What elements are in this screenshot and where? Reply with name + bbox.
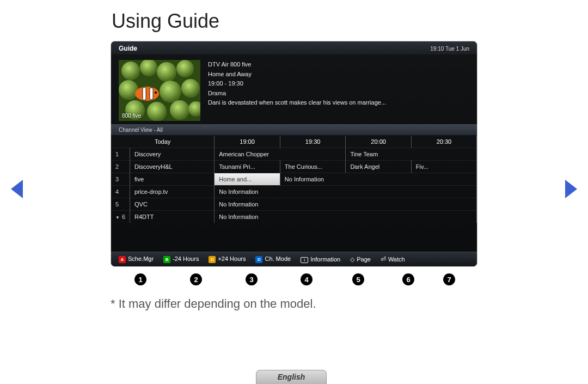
table-row: 3fiveHome and...No Information xyxy=(111,173,477,186)
b-key-icon: B xyxy=(163,256,170,263)
tv-guide-screenshot: Guide 19:10 Tue 1 Jun xyxy=(111,41,477,267)
updown-icon: ◇ xyxy=(350,256,354,263)
svg-point-5 xyxy=(119,80,138,100)
programme-cell: No Information xyxy=(215,211,477,223)
preview-programme: Home and Away xyxy=(208,70,469,80)
scroll-down-icon: ▼ xyxy=(115,215,120,220)
legend-d: DCh. Mode xyxy=(255,255,291,263)
programme-cell[interactable]: Home and... xyxy=(215,173,280,186)
programme-grid: Today 19:00 19:30 20:00 20:30 1Discovery… xyxy=(111,136,477,223)
svg-point-1 xyxy=(121,62,140,80)
table-row: 5QVCNo Information xyxy=(111,198,477,211)
svg-point-17 xyxy=(155,92,157,94)
prev-page-arrow[interactable] xyxy=(11,180,23,198)
d-key-icon: D xyxy=(255,256,262,263)
callout-3: 3 xyxy=(246,273,258,285)
channel-number: 3 xyxy=(111,173,130,186)
svg-point-4 xyxy=(176,60,194,77)
time-slot-header: 20:00 xyxy=(346,136,411,148)
channel-number: 1 xyxy=(111,148,130,161)
page-title: Using Guide xyxy=(112,10,219,33)
preview-info: DTV Air 800 five Home and Away 19:00 - 1… xyxy=(208,60,469,121)
table-row: 4price-drop.tvNo Information xyxy=(111,186,477,198)
grid-header-row: Today 19:00 19:30 20:00 20:30 xyxy=(111,136,477,148)
guide-title: Guide xyxy=(119,45,137,52)
svg-point-10 xyxy=(170,100,189,120)
programme-cell: Tsunami Pri... xyxy=(215,161,280,173)
info-key-icon: i xyxy=(301,257,308,263)
channel-name: Discovery xyxy=(130,148,215,161)
preview-genre: Drama xyxy=(208,89,469,99)
clownfish-image xyxy=(119,60,200,121)
guide-header: Guide 19:10 Tue 1 Jun xyxy=(111,41,477,54)
language-tab[interactable]: English xyxy=(256,370,327,384)
table-row: ▼6R4DTTNo Information xyxy=(111,211,477,223)
svg-point-3 xyxy=(157,62,176,82)
svg-rect-13 xyxy=(143,87,146,100)
channel-number: ▼6 xyxy=(111,211,130,223)
programme-cell: Tine Team xyxy=(346,148,477,161)
channel-name: QVC xyxy=(130,198,215,211)
time-slot-header: 19:30 xyxy=(280,136,346,148)
channel-number: 5 xyxy=(111,198,130,211)
preview-description: Dani is devastated when scott makes clea… xyxy=(208,98,469,108)
table-row: 2DiscoveryH&LTsunami Pri...The Curious..… xyxy=(111,161,477,173)
a-key-icon: A xyxy=(119,256,126,263)
guide-datetime: 19:10 Tue 1 Jun xyxy=(430,46,469,52)
svg-point-7 xyxy=(181,79,200,97)
callouts-row: 1 2 3 4 5 6 7 xyxy=(111,273,477,290)
c-key-icon: C xyxy=(209,256,216,263)
channel-number: 2 xyxy=(111,161,130,173)
callout-7: 7 xyxy=(443,273,455,285)
callout-5: 5 xyxy=(352,273,364,285)
channel-name: five xyxy=(130,173,215,186)
callout-6: 6 xyxy=(402,273,414,285)
programme-cell: The Curious... xyxy=(280,161,346,173)
programme-cell: No Information xyxy=(215,186,477,198)
callout-1: 1 xyxy=(134,273,146,285)
next-page-arrow[interactable] xyxy=(565,180,577,198)
svg-point-6 xyxy=(160,81,181,102)
channel-number: 4 xyxy=(111,186,130,198)
callout-4: 4 xyxy=(301,273,313,285)
legend-b: B-24 Hours xyxy=(163,255,199,263)
preview-thumbnail: 800 five xyxy=(119,60,200,121)
preview-caption: 800 five xyxy=(122,113,141,119)
svg-rect-14 xyxy=(150,88,153,100)
programme-cell: No Information xyxy=(215,198,477,211)
today-header: Today xyxy=(111,136,215,148)
legend-a: ASche.Mgr xyxy=(119,255,154,263)
time-slot-header: 20:30 xyxy=(411,136,476,148)
channel-name: R4DTT xyxy=(130,211,215,223)
channel-name: DiscoveryH&L xyxy=(130,161,215,173)
enter-icon: ⏎ xyxy=(381,255,386,263)
legend-watch: ⏎Watch xyxy=(381,255,405,263)
preview-time: 19:00 - 19:30 xyxy=(208,79,469,89)
svg-point-9 xyxy=(147,102,167,121)
legend-c: C+24 Hours xyxy=(209,255,246,263)
callout-2: 2 xyxy=(190,273,202,285)
channel-name: price-drop.tv xyxy=(130,186,215,198)
programme-cell: No Information xyxy=(280,173,476,186)
programme-cell: Fiv... xyxy=(411,161,476,173)
legend-bar: ASche.Mgr B-24 Hours C+24 Hours DCh. Mod… xyxy=(111,252,477,266)
programme-cell: Dark Angel xyxy=(346,161,411,173)
legend-page: ◇Page xyxy=(350,256,371,263)
table-row: 1DiscoveryAmerican ChopperTine Team xyxy=(111,148,477,161)
preview-row: 800 five DTV Air 800 five Home and Away … xyxy=(111,54,477,124)
channel-view-bar: Channel View - All xyxy=(111,124,477,136)
preview-channel: DTV Air 800 five xyxy=(208,60,469,70)
time-slot-header: 19:00 xyxy=(215,136,280,148)
legend-info: iInformation xyxy=(301,256,340,263)
programme-cell: American Chopper xyxy=(215,148,346,161)
footnote: * It may differ depending on the model. xyxy=(111,297,316,311)
